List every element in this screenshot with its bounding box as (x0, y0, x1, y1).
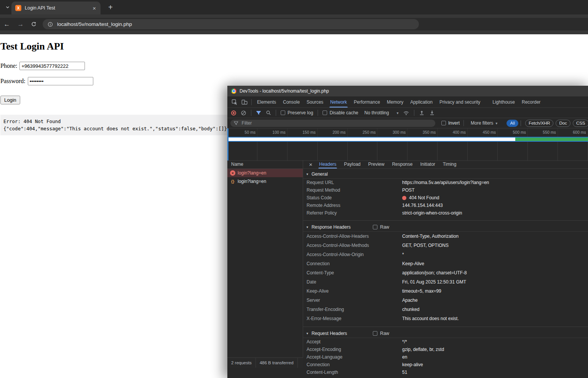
back-button[interactable]: ← (2, 18, 11, 30)
devtools-tabs: ElementsConsoleSourcesNetworkPerformance… (254, 96, 544, 107)
request-row[interactable]: × {} login?lang=en (227, 177, 303, 186)
request-name: login?lang=en (238, 170, 266, 176)
devtools-tab[interactable]: Elements (254, 96, 280, 107)
devtools-tab[interactable]: Performance (350, 96, 383, 107)
password-input[interactable] (28, 77, 93, 85)
filter-pill-button[interactable]: All (507, 120, 518, 127)
login-button[interactable]: Login (0, 96, 20, 104)
grid-column (407, 142, 438, 160)
network-overview[interactable]: 50 ms100 ms150 ms200 ms250 ms300 ms350 m… (227, 128, 588, 161)
devtools-tab-label: Recorder (522, 99, 540, 105)
devtools-titlebar[interactable]: DevTools - localhost/5v/noma/test_login.… (227, 86, 588, 96)
device-toolbar-button[interactable] (240, 96, 249, 107)
header-value: en (402, 354, 407, 360)
devtools-tab[interactable]: Network (327, 96, 350, 107)
header-row: Accept-Encoding gzip, deflate, br, zstd (303, 346, 588, 353)
network-main: Name × {} login?lang=en × {} login?lang=… (227, 160, 588, 378)
import-har-icon[interactable] (419, 110, 425, 116)
more-filters-label: More filters (471, 120, 493, 126)
header-key: Server (307, 298, 402, 303)
grid-column (257, 142, 288, 160)
search-icon[interactable] (266, 110, 271, 115)
header-key: Access-Control-Allow-Headers (307, 234, 402, 239)
forward-button[interactable]: → (16, 18, 25, 30)
password-row: Password: (0, 77, 588, 86)
more-filters-dropdown[interactable]: More filters ▾ (471, 120, 497, 126)
header-row: Content-Length 51 (303, 368, 588, 376)
site-info-icon[interactable] (48, 22, 53, 27)
devtools-tab[interactable]: Recorder (518, 96, 544, 107)
devtools-tab[interactable]: Privacy and security (436, 96, 484, 107)
devtools-tab[interactable]: Memory (383, 96, 407, 107)
grid-column (438, 142, 468, 160)
detail-tab[interactable]: Preview (364, 160, 388, 168)
devtools-tab[interactable]: Console (280, 96, 303, 107)
record-button[interactable] (231, 111, 236, 115)
checkbox-icon (323, 111, 327, 115)
header-value: 144.76.154.144:443 (402, 203, 443, 208)
devtools-window: DevTools - localhost/5v/noma/test_login.… (227, 86, 588, 378)
network-status-bar: 2 requests 486 B transferred (227, 357, 303, 368)
grid-column (348, 142, 378, 160)
detail-tab[interactable]: Headers (315, 160, 340, 168)
header-value-wrap: https://noma.5v.ae/api/users/login?lang=… (402, 180, 489, 185)
timeline-tick-label: 200 ms (318, 128, 348, 137)
request-raw-checkbox[interactable]: Raw (373, 331, 389, 336)
filter-pill-button[interactable]: CSS (573, 120, 588, 127)
response-raw-checkbox[interactable]: Raw (373, 224, 389, 230)
response-headers-header[interactable]: ▼ Response Headers Raw (303, 223, 588, 232)
preserve-log-checkbox[interactable]: Preserve log (281, 110, 313, 115)
tab-close-icon[interactable]: × (92, 5, 97, 11)
filter-input[interactable] (241, 120, 432, 126)
disclosure-triangle-icon: ▼ (306, 332, 309, 335)
filter-pill-button[interactable]: Fetch/XHR (525, 120, 553, 127)
tabbar-divider (251, 99, 252, 105)
grid-column (498, 142, 528, 160)
request-row[interactable]: × {} login?lang=en (227, 169, 303, 177)
detail-tab[interactable]: Timing (439, 160, 460, 168)
inspect-cursor-icon (232, 99, 238, 105)
header-key: Connection (307, 261, 402, 266)
header-value: chunked (402, 307, 419, 312)
header-value: https://noma.5v.ae/api/users/login?lang=… (402, 180, 489, 185)
detail-tab[interactable]: Response (388, 160, 416, 168)
export-har-icon[interactable] (429, 110, 435, 116)
reload-button[interactable] (29, 18, 38, 30)
general-section-header[interactable]: ▼ General (303, 170, 588, 179)
devtools-tab[interactable]: Lighthouse (489, 96, 518, 107)
detail-tab-label: Initiator (420, 162, 435, 167)
network-conditions-icon[interactable] (403, 110, 409, 116)
header-key: Content-Type (307, 270, 402, 275)
new-tab-button[interactable]: + (105, 2, 116, 13)
page-title: Test Login API (0, 41, 588, 52)
disable-cache-checkbox[interactable]: Disable cache (323, 110, 358, 115)
request-headers-title: Request Headers (312, 331, 347, 336)
header-row: Date Fri, 01 Aug 2025 12:50:31 GMT (303, 277, 588, 287)
filter-input-wrap[interactable] (230, 120, 435, 127)
header-key: Request Method (307, 187, 402, 193)
general-section-title: General (312, 171, 328, 177)
detail-tab[interactable]: Initiator (416, 160, 439, 168)
filter-pill-button[interactable]: Doc (556, 120, 570, 127)
throttling-dropdown[interactable]: No throttling ▾ (364, 110, 399, 115)
header-row: Access-Control-Allow-Methods GET, POST, … (303, 241, 588, 250)
header-value-wrap: 144.76.154.144:443 (402, 203, 443, 208)
invert-checkbox[interactable]: Invert (441, 120, 460, 126)
devtools-tab-label: Lighthouse (492, 99, 515, 105)
filter-icon[interactable] (256, 110, 261, 115)
phone-input[interactable] (19, 62, 85, 70)
header-value: Apache (402, 298, 418, 303)
devtools-tab[interactable]: Application (407, 96, 436, 107)
close-detail-icon[interactable]: × (306, 161, 315, 168)
devtools-tab[interactable]: Sources (303, 96, 327, 107)
address-bar[interactable]: localhost/5v/noma/test_login.php (43, 19, 419, 29)
checkbox-icon (441, 121, 446, 125)
request-list-header[interactable]: Name (227, 160, 303, 169)
detail-tab[interactable]: Payload (340, 160, 364, 168)
browser-tab[interactable]: X Login API Test × (11, 2, 101, 14)
inspect-element-button[interactable] (230, 96, 240, 107)
clear-icon[interactable] (241, 110, 246, 116)
header-key: Access-Control-Allow-Methods (307, 243, 402, 248)
header-key: Status Code (307, 195, 402, 200)
request-headers-header[interactable]: ▼ Request Headers Raw (303, 329, 588, 338)
